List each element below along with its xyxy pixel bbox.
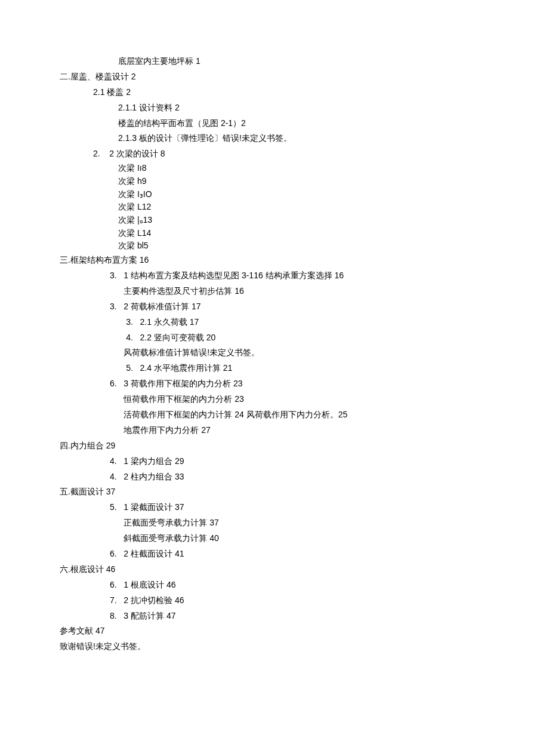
toc-line-8: 次梁 h9 xyxy=(60,175,489,188)
toc-line-1: 二.屋盖、楼盖设计 2 xyxy=(60,69,489,85)
toc-line-22: 6. 3 荷载作用下框架的内力分析 23 xyxy=(60,376,489,392)
toc-line-20: 风荷载标准值计算错误!未定义书签。 xyxy=(60,345,489,361)
toc-line-15: 3. 1 结构布置方案及结构选型见图 3-116 结构承重方案选择 16 xyxy=(60,268,489,284)
toc-line-3: 2.1.1 设计资料 2 xyxy=(60,100,489,116)
toc-line-37: 8. 3 配筋计算 47 xyxy=(60,609,489,624)
table-of-contents: 底层室内主要地坪标 1二.屋盖、楼盖设计 22.1 楼盖 22.1.1 设计资料… xyxy=(60,54,489,654)
toc-line-21: 5. 2.4 水平地震作用计算 21 xyxy=(60,361,489,376)
toc-line-6: 2. 2 次梁的设计 8 xyxy=(60,146,489,162)
toc-line-39: 致谢错误!未定义书签。 xyxy=(60,639,489,654)
toc-line-12: 次梁 L14 xyxy=(60,227,489,240)
toc-line-26: 四.内力组合 29 xyxy=(60,438,489,454)
toc-line-28: 4. 2 柱内力组合 33 xyxy=(60,469,489,485)
toc-line-30: 5. 1 梁截面设计 37 xyxy=(60,500,489,515)
toc-line-4: 楼盖的结构平面布置（见图 2-1）2 xyxy=(60,116,489,131)
toc-line-11: 次梁 |ₒ13 xyxy=(60,214,489,227)
toc-line-14: 三.框架结构布置方案 16 xyxy=(60,253,489,268)
toc-line-18: 3. 2.1 永久荷载 17 xyxy=(60,315,489,330)
toc-line-16: 主要构件选型及尺寸初步估算 16 xyxy=(60,284,489,299)
toc-line-10: 次梁 L12 xyxy=(60,201,489,214)
toc-line-38: 参考文献 47 xyxy=(60,623,489,639)
toc-line-17: 3. 2 荷载标准值计算 17 xyxy=(60,299,489,315)
toc-line-24: 活荷载作用下框架的内力计算 24 风荷载作用下内力分析。25 xyxy=(60,407,489,423)
toc-line-25: 地震作用下内力分析 27 xyxy=(60,423,489,438)
toc-line-0: 底层室内主要地坪标 1 xyxy=(60,54,489,69)
toc-line-36: 7. 2 抗冲切检验 46 xyxy=(60,593,489,609)
toc-line-7: 次梁 Iı8 xyxy=(60,162,489,175)
toc-line-33: 6. 2 柱截面设计 41 xyxy=(60,546,489,562)
toc-line-23: 恒荷载作用下框架的内力分析 23 xyxy=(60,392,489,407)
toc-line-5: 2.1.3 板的设计〔弹性理论〕错误!未定义书签。 xyxy=(60,131,489,146)
toc-line-13: 次梁 bl5 xyxy=(60,239,489,253)
toc-line-2: 2.1 楼盖 2 xyxy=(60,85,489,100)
toc-line-34: 六.根底设计 46 xyxy=(60,562,489,577)
toc-line-32: 斜截面受弯承载力计算 40 xyxy=(60,531,489,546)
toc-line-29: 五.截面设计 37 xyxy=(60,484,489,500)
toc-line-27: 4. 1 梁内力组合 29 xyxy=(60,454,489,469)
toc-line-31: 正截面受弯承载力计算 37 xyxy=(60,515,489,531)
toc-line-9: 次梁 I₃IO xyxy=(60,188,489,201)
toc-line-19: 4. 2.2 竖向可变荷载 20 xyxy=(60,330,489,346)
toc-line-35: 6. 1 根底设计 46 xyxy=(60,577,489,593)
